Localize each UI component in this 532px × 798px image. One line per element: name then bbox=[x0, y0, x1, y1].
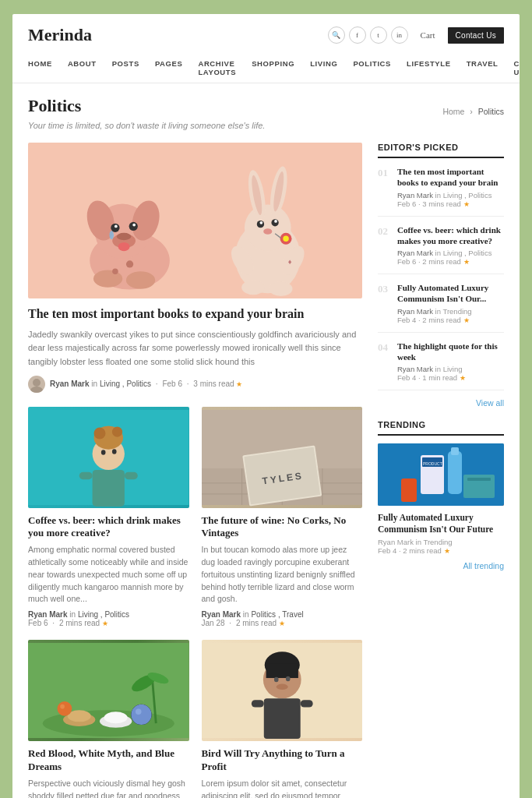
article-image-red-blood[interactable] bbox=[28, 640, 189, 741]
wine-article-illustration: TYLES bbox=[202, 407, 363, 508]
bird-illustration bbox=[202, 640, 363, 741]
star-icon: ★ bbox=[463, 200, 470, 208]
editor-title-1[interactable]: The ten most important books to expand y… bbox=[397, 166, 504, 189]
instagram-icon[interactable]: in bbox=[391, 26, 408, 44]
breadcrumb-current: Politics bbox=[478, 107, 504, 116]
meta-dot1: · bbox=[156, 380, 158, 388]
twitter-icon[interactable]: t bbox=[370, 26, 387, 44]
editors-picked-title: Editor's Picked bbox=[378, 143, 504, 158]
nav-living[interactable]: LIVING bbox=[302, 53, 345, 83]
svg-text:PRODUCT: PRODUCT bbox=[423, 461, 442, 466]
trending-article-image[interactable]: PRODUCT bbox=[378, 443, 504, 506]
svg-point-34 bbox=[270, 281, 293, 296]
nav-contact[interactable]: CONTACT US bbox=[506, 53, 520, 83]
editor-meta-2: Ryan Mark in Living , Politics Feb 6 · 2… bbox=[397, 249, 504, 266]
trending-article-title[interactable]: Fully Automated Luxury Communism Isn't O… bbox=[378, 512, 504, 535]
featured-article-image[interactable]: ♦ bbox=[28, 143, 362, 298]
star-icon: ★ bbox=[279, 620, 285, 627]
breadcrumb-home[interactable]: Home bbox=[442, 107, 464, 116]
article-excerpt-red-blood: Perspective ouch viciously dismal hey go… bbox=[28, 778, 189, 798]
svg-point-16 bbox=[112, 269, 118, 274]
article-title-wine[interactable]: The future of wine: No Corks, No Vintage… bbox=[202, 514, 363, 541]
article-excerpt-wine: In but toucan komodo alas more up jeez d… bbox=[202, 544, 363, 606]
cart-link[interactable]: Cart bbox=[421, 30, 435, 40]
svg-point-12 bbox=[118, 242, 130, 251]
trending-title: Trending bbox=[378, 420, 504, 436]
editor-cats-1: Living , Politics bbox=[443, 191, 492, 200]
coffee-article-illustration bbox=[28, 407, 189, 508]
article-image-bird[interactable] bbox=[202, 640, 363, 741]
article-image-coffee[interactable] bbox=[28, 407, 189, 508]
trending-illustration: PRODUCT bbox=[378, 443, 504, 506]
all-trending-link[interactable]: All trending bbox=[378, 561, 504, 570]
article-date: Jan 28 bbox=[202, 619, 225, 627]
trending-article-meta: Ryan Mark in Trending Feb 4 · 2 mins rea… bbox=[378, 538, 504, 555]
main-nav: HOME ABOUT POSTS PAGES ARCHIVE LAYOUTS S… bbox=[28, 53, 504, 83]
nav-pages[interactable]: PAGES bbox=[147, 53, 191, 83]
editor-author-1: Ryan Mark bbox=[397, 191, 433, 200]
svg-point-36 bbox=[33, 379, 41, 387]
nav-about[interactable]: ABOUT bbox=[60, 53, 104, 83]
svg-rect-0 bbox=[28, 148, 362, 294]
svg-point-25 bbox=[260, 221, 263, 224]
editor-num-3: 03 bbox=[378, 282, 392, 324]
star-icon: ★ bbox=[463, 316, 470, 324]
read-time: 2 mins read bbox=[236, 619, 277, 627]
editor-title-3[interactable]: Fully Automated Luxury Communism Isn't O… bbox=[397, 282, 504, 305]
svg-rect-48 bbox=[125, 471, 138, 478]
view-all-link[interactable]: View all bbox=[378, 398, 504, 408]
author-avatar bbox=[28, 376, 45, 393]
trending-cats: Trending bbox=[423, 538, 452, 546]
nav-shopping[interactable]: SHOPPING bbox=[244, 53, 302, 83]
svg-point-11 bbox=[117, 233, 132, 240]
svg-point-26 bbox=[274, 220, 277, 223]
facebook-icon[interactable]: f bbox=[349, 26, 366, 44]
editor-content-3: Fully Automated Luxury Communism Isn't O… bbox=[397, 282, 504, 324]
list-item: Bird Will Try Anything to Turn a Profit … bbox=[202, 640, 363, 798]
editor-in-1: in bbox=[435, 191, 441, 200]
svg-point-27 bbox=[263, 228, 272, 234]
nav-archive[interactable]: ARCHIVE LAYOUTS bbox=[190, 53, 244, 83]
site-header: Merinda 🔍 f t in Cart Contact Us HOME AB… bbox=[12, 14, 520, 83]
editor-title-4[interactable]: The highlight quote for this week bbox=[397, 341, 504, 363]
sidebar: Editor's Picked 01 The ten most importan… bbox=[378, 143, 504, 798]
trending-section: Trending PRODUCT bbox=[378, 420, 504, 570]
svg-rect-82 bbox=[300, 700, 312, 707]
article-meta-text-coffee: Ryan Mark in Living , Politics Feb 6 · 2… bbox=[28, 610, 129, 627]
featured-article-meta: Ryan Mark in Living , Politics · Feb 6 ·… bbox=[28, 376, 362, 393]
featured-article-title[interactable]: The ten most important books to expand y… bbox=[28, 306, 362, 323]
svg-point-64 bbox=[104, 711, 128, 723]
svg-point-79 bbox=[276, 684, 287, 690]
page-tagline: Your time is limited, so don't waste it … bbox=[28, 121, 504, 130]
nav-posts[interactable]: POSTS bbox=[104, 53, 147, 83]
editor-content-1: The ten most important books to expand y… bbox=[397, 166, 504, 208]
red-blood-illustration bbox=[28, 640, 189, 741]
svg-rect-47 bbox=[79, 471, 93, 478]
editor-title-2[interactable]: Coffee vs. beer: which drink makes you m… bbox=[397, 224, 504, 247]
article-title-bird[interactable]: Bird Will Try Anything to Turn a Profit bbox=[202, 747, 363, 774]
svg-point-13 bbox=[93, 270, 122, 287]
contact-button[interactable]: Contact Us bbox=[448, 27, 504, 44]
svg-point-77 bbox=[273, 677, 278, 683]
nav-home[interactable]: HOME bbox=[28, 53, 60, 83]
star-icon: ★ bbox=[463, 258, 470, 266]
article-title-coffee[interactable]: Coffee vs. beer: which drink makes you m… bbox=[28, 514, 189, 541]
svg-point-29 bbox=[283, 236, 288, 242]
article-title-red-blood[interactable]: Red Blood, White Myth, and Blue Dreams bbox=[28, 747, 189, 774]
nav-lifestyle[interactable]: LIFESTYLE bbox=[399, 53, 459, 83]
svg-point-9 bbox=[109, 231, 114, 239]
nav-travel[interactable]: TRAVEL bbox=[459, 53, 506, 83]
svg-point-7 bbox=[115, 225, 118, 228]
meta-dot2: · bbox=[187, 380, 189, 388]
nav-politics[interactable]: POLITICS bbox=[345, 53, 399, 83]
svg-point-67 bbox=[136, 709, 142, 715]
meta-in: in bbox=[91, 380, 97, 388]
read-time: 2 mins read bbox=[59, 619, 100, 627]
editor-meta-3: Ryan Mark in Trending Feb 4 · 2 mins rea… bbox=[397, 307, 504, 324]
article-meta-wine: Ryan Mark in Politics , Travel Jan 28 · … bbox=[202, 610, 363, 627]
search-icon[interactable]: 🔍 bbox=[328, 26, 345, 44]
svg-point-42 bbox=[93, 427, 105, 439]
article-image-wine[interactable]: TYLES bbox=[202, 407, 363, 508]
svg-text:♦: ♦ bbox=[288, 258, 292, 266]
svg-rect-81 bbox=[251, 700, 263, 707]
